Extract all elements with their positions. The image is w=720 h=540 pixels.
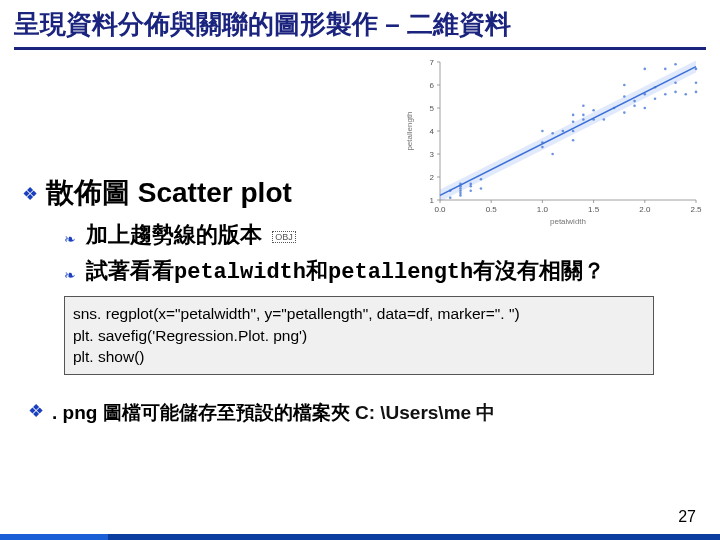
- svg-point-79: [695, 81, 698, 84]
- sub-b-post: 有沒有相關？: [473, 258, 605, 283]
- sub-row-2: ❧ 試著看看petalwidth和petallength有沒有相關？: [64, 256, 706, 286]
- svg-point-46: [541, 130, 544, 133]
- svg-point-52: [582, 118, 585, 121]
- code-block: sns. regplot(x="petalwidth", y="petallen…: [64, 296, 654, 375]
- svg-point-50: [572, 121, 575, 124]
- svg-point-49: [572, 130, 575, 133]
- svg-point-51: [572, 114, 575, 117]
- sub-a: 加上趨勢線的版本: [86, 222, 262, 247]
- svg-point-55: [592, 109, 595, 112]
- leaf-icon: ❧: [64, 231, 76, 247]
- svg-point-72: [664, 93, 667, 96]
- svg-point-67: [644, 107, 647, 110]
- sub-b-m1: petalwidth: [174, 260, 306, 285]
- svg-point-75: [674, 81, 677, 84]
- sublist: ❧ 加上趨勢線的版本 OBJ ❧ 試著看看petalwidth和petallen…: [64, 220, 706, 286]
- svg-point-69: [644, 68, 647, 71]
- sub-text-1: 加上趨勢線的版本 OBJ: [86, 220, 296, 250]
- note-text: . png 圖檔可能儲存至預設的檔案夾 C: \Users\me 中: [52, 400, 495, 426]
- svg-point-66: [633, 100, 636, 103]
- svg-point-77: [684, 93, 687, 96]
- diamond-icon: ❖: [22, 185, 38, 203]
- heading-text: 散佈圖 Scatter plot: [46, 174, 292, 212]
- svg-point-58: [541, 146, 544, 149]
- svg-text:4: 4: [430, 127, 435, 136]
- svg-point-76: [674, 63, 677, 66]
- svg-point-54: [592, 118, 595, 121]
- svg-point-62: [623, 111, 626, 114]
- svg-text:petallength: petallength: [405, 111, 414, 150]
- svg-text:3: 3: [430, 150, 435, 159]
- svg-text:5: 5: [430, 104, 435, 113]
- svg-point-61: [582, 104, 585, 107]
- svg-point-60: [572, 139, 575, 142]
- svg-point-74: [674, 91, 677, 94]
- svg-text:7: 7: [430, 58, 435, 67]
- svg-point-78: [695, 91, 698, 94]
- leaf-icon: ❧: [64, 267, 76, 283]
- sub-row-1: ❧ 加上趨勢線的版本 OBJ: [64, 220, 706, 250]
- slide: 呈現資料分佈與關聯的圖形製作 – 二維資料 12345670.00.51.01.…: [0, 0, 720, 540]
- page-title: 呈現資料分佈與關聯的圖形製作 – 二維資料: [14, 8, 706, 50]
- svg-point-80: [695, 68, 698, 71]
- svg-point-57: [613, 107, 616, 110]
- svg-point-65: [633, 104, 636, 107]
- svg-point-68: [644, 93, 647, 96]
- svg-text:6: 6: [430, 81, 435, 90]
- note-pre: . png 圖檔可能儲存至預設的檔案夾: [52, 402, 355, 423]
- svg-point-70: [654, 98, 657, 101]
- note-row: ❖ . png 圖檔可能儲存至預設的檔案夾 C: \Users\me 中: [28, 400, 706, 426]
- svg-point-63: [623, 95, 626, 98]
- svg-point-59: [551, 153, 554, 156]
- svg-point-47: [551, 132, 554, 135]
- svg-point-53: [582, 114, 585, 117]
- content-block: ❖ 散佈圖 Scatter plot ❧ 加上趨勢線的版本 OBJ ❧ 試著看看…: [22, 174, 706, 375]
- sub-b-pre: 試著看看: [86, 258, 174, 283]
- svg-point-48: [562, 130, 565, 133]
- svg-point-45: [541, 141, 544, 144]
- sub-b-mid: 和: [306, 258, 328, 283]
- sub-b-m2: petallength: [328, 260, 473, 285]
- footer-bar: [0, 534, 720, 540]
- obj-marker: OBJ: [272, 231, 296, 243]
- page-number: 27: [678, 508, 696, 526]
- svg-point-73: [664, 68, 667, 71]
- svg-point-71: [654, 86, 657, 89]
- svg-point-64: [623, 84, 626, 87]
- heading-row: ❖ 散佈圖 Scatter plot: [22, 174, 706, 212]
- diamond-icon: ❖: [28, 402, 44, 420]
- svg-point-56: [603, 118, 606, 121]
- note-path: C: \Users\me 中: [355, 402, 495, 423]
- sub-text-2: 試著看看petalwidth和petallength有沒有相關？: [86, 256, 605, 286]
